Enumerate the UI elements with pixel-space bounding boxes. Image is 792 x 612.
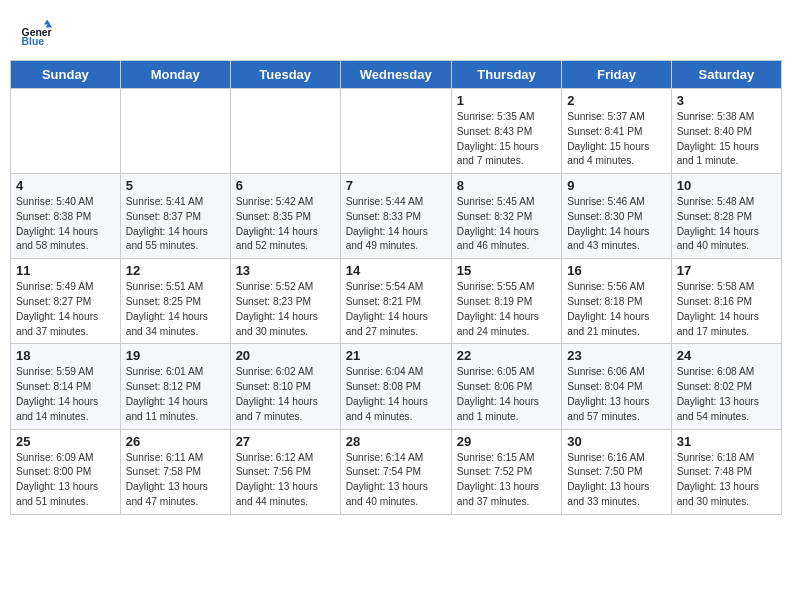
day-content: Sunrise: 5:40 AM Sunset: 8:38 PM Dayligh… — [16, 195, 115, 254]
day-content: Sunrise: 5:59 AM Sunset: 8:14 PM Dayligh… — [16, 365, 115, 424]
day-number: 13 — [236, 263, 335, 278]
calendar-cell: 19Sunrise: 6:01 AM Sunset: 8:12 PM Dayli… — [120, 344, 230, 429]
day-number: 18 — [16, 348, 115, 363]
week-row-4: 18Sunrise: 5:59 AM Sunset: 8:14 PM Dayli… — [11, 344, 782, 429]
calendar-cell: 21Sunrise: 6:04 AM Sunset: 8:08 PM Dayli… — [340, 344, 451, 429]
day-content: Sunrise: 5:45 AM Sunset: 8:32 PM Dayligh… — [457, 195, 556, 254]
day-content: Sunrise: 6:11 AM Sunset: 7:58 PM Dayligh… — [126, 451, 225, 510]
calendar-cell: 28Sunrise: 6:14 AM Sunset: 7:54 PM Dayli… — [340, 429, 451, 514]
calendar-cell: 30Sunrise: 6:16 AM Sunset: 7:50 PM Dayli… — [562, 429, 671, 514]
day-number: 8 — [457, 178, 556, 193]
day-number: 4 — [16, 178, 115, 193]
day-number: 19 — [126, 348, 225, 363]
calendar-cell: 2Sunrise: 5:37 AM Sunset: 8:41 PM Daylig… — [562, 89, 671, 174]
svg-text:Blue: Blue — [22, 36, 45, 47]
calendar-cell: 6Sunrise: 5:42 AM Sunset: 8:35 PM Daylig… — [230, 174, 340, 259]
calendar-cell: 27Sunrise: 6:12 AM Sunset: 7:56 PM Dayli… — [230, 429, 340, 514]
day-content: Sunrise: 5:35 AM Sunset: 8:43 PM Dayligh… — [457, 110, 556, 169]
day-number: 17 — [677, 263, 776, 278]
day-number: 15 — [457, 263, 556, 278]
calendar-cell: 8Sunrise: 5:45 AM Sunset: 8:32 PM Daylig… — [451, 174, 561, 259]
week-row-3: 11Sunrise: 5:49 AM Sunset: 8:27 PM Dayli… — [11, 259, 782, 344]
header: General Blue — [10, 10, 782, 54]
calendar-cell: 26Sunrise: 6:11 AM Sunset: 7:58 PM Dayli… — [120, 429, 230, 514]
day-number: 31 — [677, 434, 776, 449]
weekday-header-wednesday: Wednesday — [340, 61, 451, 89]
day-content: Sunrise: 6:01 AM Sunset: 8:12 PM Dayligh… — [126, 365, 225, 424]
calendar-cell: 4Sunrise: 5:40 AM Sunset: 8:38 PM Daylig… — [11, 174, 121, 259]
day-content: Sunrise: 6:16 AM Sunset: 7:50 PM Dayligh… — [567, 451, 665, 510]
day-number: 26 — [126, 434, 225, 449]
calendar-cell: 12Sunrise: 5:51 AM Sunset: 8:25 PM Dayli… — [120, 259, 230, 344]
day-number: 27 — [236, 434, 335, 449]
weekday-header-friday: Friday — [562, 61, 671, 89]
calendar-cell: 15Sunrise: 5:55 AM Sunset: 8:19 PM Dayli… — [451, 259, 561, 344]
day-content: Sunrise: 6:04 AM Sunset: 8:08 PM Dayligh… — [346, 365, 446, 424]
day-content: Sunrise: 5:42 AM Sunset: 8:35 PM Dayligh… — [236, 195, 335, 254]
calendar-cell: 16Sunrise: 5:56 AM Sunset: 8:18 PM Dayli… — [562, 259, 671, 344]
calendar-cell: 29Sunrise: 6:15 AM Sunset: 7:52 PM Dayli… — [451, 429, 561, 514]
weekday-header-monday: Monday — [120, 61, 230, 89]
day-content: Sunrise: 6:06 AM Sunset: 8:04 PM Dayligh… — [567, 365, 665, 424]
day-number: 25 — [16, 434, 115, 449]
day-number: 23 — [567, 348, 665, 363]
week-row-2: 4Sunrise: 5:40 AM Sunset: 8:38 PM Daylig… — [11, 174, 782, 259]
day-content: Sunrise: 5:44 AM Sunset: 8:33 PM Dayligh… — [346, 195, 446, 254]
day-number: 11 — [16, 263, 115, 278]
calendar-cell: 17Sunrise: 5:58 AM Sunset: 8:16 PM Dayli… — [671, 259, 781, 344]
calendar-cell: 9Sunrise: 5:46 AM Sunset: 8:30 PM Daylig… — [562, 174, 671, 259]
day-content: Sunrise: 6:08 AM Sunset: 8:02 PM Dayligh… — [677, 365, 776, 424]
day-content: Sunrise: 6:14 AM Sunset: 7:54 PM Dayligh… — [346, 451, 446, 510]
day-content: Sunrise: 6:18 AM Sunset: 7:48 PM Dayligh… — [677, 451, 776, 510]
week-row-5: 25Sunrise: 6:09 AM Sunset: 8:00 PM Dayli… — [11, 429, 782, 514]
calendar-cell: 11Sunrise: 5:49 AM Sunset: 8:27 PM Dayli… — [11, 259, 121, 344]
day-content: Sunrise: 5:58 AM Sunset: 8:16 PM Dayligh… — [677, 280, 776, 339]
day-number: 1 — [457, 93, 556, 108]
day-number: 14 — [346, 263, 446, 278]
day-number: 16 — [567, 263, 665, 278]
day-content: Sunrise: 5:55 AM Sunset: 8:19 PM Dayligh… — [457, 280, 556, 339]
day-number: 5 — [126, 178, 225, 193]
calendar-cell: 25Sunrise: 6:09 AM Sunset: 8:00 PM Dayli… — [11, 429, 121, 514]
day-content: Sunrise: 5:41 AM Sunset: 8:37 PM Dayligh… — [126, 195, 225, 254]
day-content: Sunrise: 5:38 AM Sunset: 8:40 PM Dayligh… — [677, 110, 776, 169]
day-number: 29 — [457, 434, 556, 449]
day-number: 6 — [236, 178, 335, 193]
logo-icon: General Blue — [20, 18, 52, 50]
calendar-cell: 24Sunrise: 6:08 AM Sunset: 8:02 PM Dayli… — [671, 344, 781, 429]
day-content: Sunrise: 5:52 AM Sunset: 8:23 PM Dayligh… — [236, 280, 335, 339]
weekday-header-sunday: Sunday — [11, 61, 121, 89]
day-content: Sunrise: 5:56 AM Sunset: 8:18 PM Dayligh… — [567, 280, 665, 339]
calendar-cell — [230, 89, 340, 174]
calendar-cell: 18Sunrise: 5:59 AM Sunset: 8:14 PM Dayli… — [11, 344, 121, 429]
calendar-cell: 1Sunrise: 5:35 AM Sunset: 8:43 PM Daylig… — [451, 89, 561, 174]
weekday-header-saturday: Saturday — [671, 61, 781, 89]
calendar-cell: 22Sunrise: 6:05 AM Sunset: 8:06 PM Dayli… — [451, 344, 561, 429]
day-number: 30 — [567, 434, 665, 449]
day-number: 12 — [126, 263, 225, 278]
week-row-1: 1Sunrise: 5:35 AM Sunset: 8:43 PM Daylig… — [11, 89, 782, 174]
day-number: 24 — [677, 348, 776, 363]
calendar-cell — [120, 89, 230, 174]
calendar-cell: 5Sunrise: 5:41 AM Sunset: 8:37 PM Daylig… — [120, 174, 230, 259]
day-number: 28 — [346, 434, 446, 449]
day-content: Sunrise: 5:51 AM Sunset: 8:25 PM Dayligh… — [126, 280, 225, 339]
calendar-cell: 20Sunrise: 6:02 AM Sunset: 8:10 PM Dayli… — [230, 344, 340, 429]
day-number: 10 — [677, 178, 776, 193]
day-content: Sunrise: 6:02 AM Sunset: 8:10 PM Dayligh… — [236, 365, 335, 424]
calendar-cell — [11, 89, 121, 174]
calendar-cell: 23Sunrise: 6:06 AM Sunset: 8:04 PM Dayli… — [562, 344, 671, 429]
weekday-header-tuesday: Tuesday — [230, 61, 340, 89]
day-content: Sunrise: 6:12 AM Sunset: 7:56 PM Dayligh… — [236, 451, 335, 510]
day-content: Sunrise: 6:15 AM Sunset: 7:52 PM Dayligh… — [457, 451, 556, 510]
day-number: 2 — [567, 93, 665, 108]
day-number: 20 — [236, 348, 335, 363]
day-content: Sunrise: 6:09 AM Sunset: 8:00 PM Dayligh… — [16, 451, 115, 510]
calendar-cell: 7Sunrise: 5:44 AM Sunset: 8:33 PM Daylig… — [340, 174, 451, 259]
weekday-header-thursday: Thursday — [451, 61, 561, 89]
day-number: 3 — [677, 93, 776, 108]
calendar-cell: 3Sunrise: 5:38 AM Sunset: 8:40 PM Daylig… — [671, 89, 781, 174]
calendar: SundayMondayTuesdayWednesdayThursdayFrid… — [10, 60, 782, 515]
day-number: 9 — [567, 178, 665, 193]
svg-marker-2 — [44, 20, 50, 25]
